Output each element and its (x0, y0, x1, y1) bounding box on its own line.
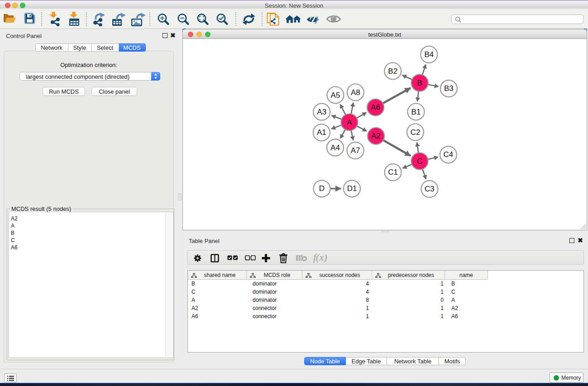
svg-text:B4: B4 (424, 50, 434, 59)
svg-text:A5: A5 (331, 91, 340, 100)
svg-text:B: B (417, 79, 422, 87)
svg-text:C3: C3 (425, 185, 435, 193)
svg-text:A6: A6 (371, 103, 380, 112)
svg-text:A7: A7 (351, 146, 360, 155)
svg-text:A3: A3 (317, 108, 326, 116)
svg-text:B2: B2 (388, 67, 397, 76)
svg-text:A2: A2 (371, 132, 381, 140)
svg-text:A: A (347, 118, 352, 127)
svg-text:C: C (417, 157, 422, 166)
svg-text:D: D (319, 184, 325, 193)
svg-text:A1: A1 (317, 128, 326, 137)
svg-text:A4: A4 (330, 143, 340, 152)
svg-text:D1: D1 (347, 184, 357, 193)
svg-text:A8: A8 (351, 88, 360, 97)
svg-text:B3: B3 (444, 84, 454, 93)
svg-text:C2: C2 (411, 128, 421, 137)
svg-text:C1: C1 (388, 168, 398, 176)
svg-text:C4: C4 (444, 150, 454, 159)
svg-text:B1: B1 (411, 108, 421, 116)
